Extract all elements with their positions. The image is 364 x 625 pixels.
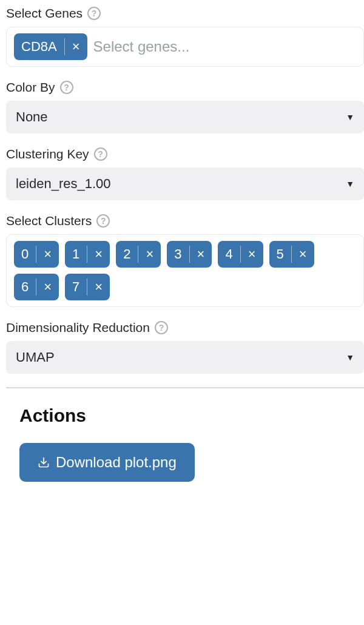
cluster-chip: 6× bbox=[14, 274, 59, 300]
label-row: Clustering Key ? bbox=[6, 147, 364, 161]
label-row: Color By ? bbox=[6, 80, 364, 95]
color-by-value: None bbox=[16, 109, 48, 124]
actions-heading: Actions bbox=[6, 405, 364, 426]
help-icon[interactable]: ? bbox=[87, 7, 101, 20]
divider bbox=[6, 387, 364, 388]
field-clustering-key: Clustering Key ? leiden_res_1.00 ▼ bbox=[6, 147, 364, 200]
cluster-chip-label: 2 bbox=[116, 241, 138, 268]
clustering-key-select[interactable]: leiden_res_1.00 ▼ bbox=[6, 167, 364, 200]
field-select-clusters: Select Clusters ? 0×1×2×3×4×5×6×7× bbox=[6, 214, 364, 307]
close-icon[interactable]: × bbox=[36, 274, 59, 300]
close-icon[interactable]: × bbox=[292, 241, 314, 268]
cluster-chip: 1× bbox=[65, 241, 110, 268]
clusters-multiselect[interactable]: 0×1×2×3×4×5×6×7× bbox=[6, 234, 364, 307]
dimred-select[interactable]: UMAP ▼ bbox=[6, 341, 364, 374]
select-clusters-label: Select Clusters bbox=[6, 214, 92, 228]
chevron-down-icon: ▼ bbox=[346, 112, 354, 122]
cluster-chip-label: 4 bbox=[218, 241, 240, 268]
download-plot-button[interactable]: Download plot.png bbox=[19, 443, 195, 482]
gene-chip-label: CD8A bbox=[14, 33, 64, 60]
close-icon[interactable]: × bbox=[65, 33, 87, 60]
cluster-chip: 7× bbox=[65, 274, 110, 300]
help-icon[interactable]: ? bbox=[155, 321, 168, 334]
select-genes-label: Select Genes bbox=[6, 6, 83, 21]
help-icon[interactable]: ? bbox=[60, 81, 73, 94]
chevron-down-icon: ▼ bbox=[346, 353, 354, 362]
close-icon[interactable]: × bbox=[138, 241, 161, 268]
cluster-chip: 5× bbox=[269, 241, 314, 268]
cluster-chip-label: 6 bbox=[14, 274, 36, 300]
help-icon[interactable]: ? bbox=[96, 214, 110, 228]
genes-placeholder: Select genes... bbox=[93, 38, 190, 55]
color-by-label: Color By bbox=[6, 80, 55, 95]
cluster-chip-label: 3 bbox=[167, 241, 189, 268]
field-dimred: Dimensionality Reduction ? UMAP ▼ bbox=[6, 320, 364, 374]
gene-chip: CD8A× bbox=[14, 33, 87, 60]
close-icon[interactable]: × bbox=[241, 241, 263, 268]
cluster-chip-label: 7 bbox=[65, 274, 87, 300]
chevron-down-icon: ▼ bbox=[346, 179, 354, 189]
cluster-chip: 0× bbox=[14, 241, 59, 268]
genes-multiselect[interactable]: CD8A×Select genes... bbox=[6, 27, 364, 67]
field-select-genes: Select Genes ? CD8A×Select genes... bbox=[6, 6, 364, 67]
color-by-select[interactable]: None ▼ bbox=[6, 101, 364, 133]
cluster-chip-label: 0 bbox=[14, 241, 36, 268]
close-icon[interactable]: × bbox=[36, 241, 59, 268]
help-icon[interactable]: ? bbox=[94, 147, 107, 161]
cluster-chip-label: 5 bbox=[269, 241, 291, 268]
cluster-chip: 2× bbox=[116, 241, 161, 268]
close-icon[interactable]: × bbox=[87, 274, 110, 300]
field-color-by: Color By ? None ▼ bbox=[6, 80, 364, 133]
clustering-key-label: Clustering Key bbox=[6, 147, 89, 161]
label-row: Select Clusters ? bbox=[6, 214, 364, 228]
dimred-value: UMAP bbox=[16, 350, 55, 365]
label-row: Select Genes ? bbox=[6, 6, 364, 21]
cluster-chip: 4× bbox=[218, 241, 263, 268]
close-icon[interactable]: × bbox=[87, 241, 110, 268]
download-button-label: Download plot.png bbox=[56, 454, 177, 471]
close-icon[interactable]: × bbox=[190, 241, 212, 268]
dimred-label: Dimensionality Reduction bbox=[6, 320, 150, 335]
clustering-key-value: leiden_res_1.00 bbox=[16, 176, 111, 191]
label-row: Dimensionality Reduction ? bbox=[6, 320, 364, 335]
cluster-chip: 3× bbox=[167, 241, 212, 268]
download-icon bbox=[38, 456, 50, 468]
cluster-chip-label: 1 bbox=[65, 241, 87, 268]
